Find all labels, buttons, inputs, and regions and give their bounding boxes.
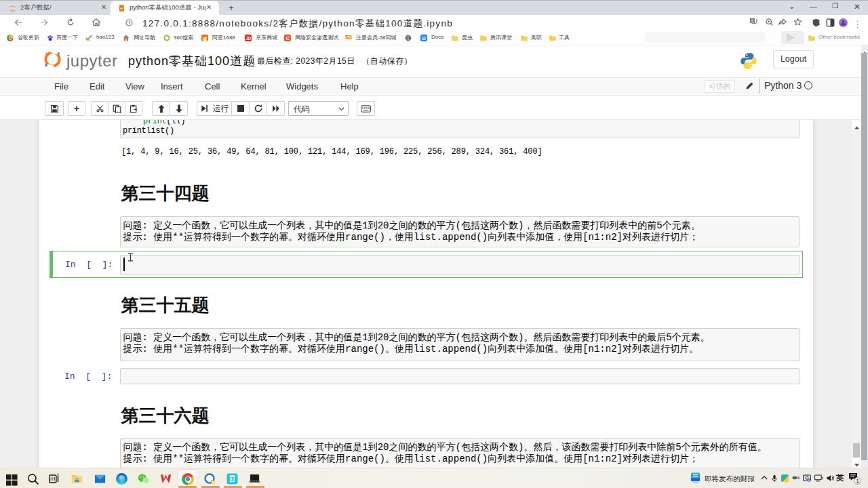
svg-text:文: 文: [750, 18, 754, 23]
svg-text:hao: hao: [86, 39, 90, 41]
